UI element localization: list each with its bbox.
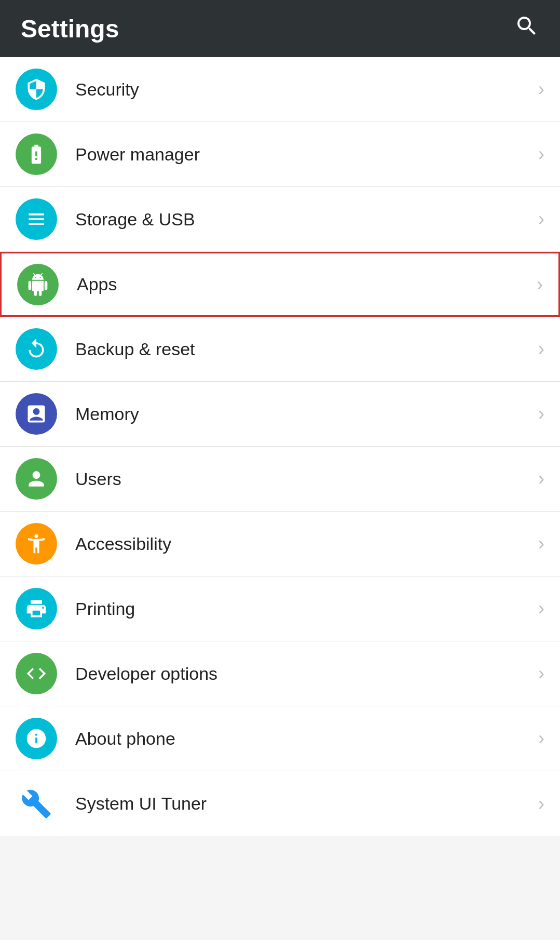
settings-item-system-ui-tuner[interactable]: System UI Tuner ›	[0, 771, 560, 836]
memory-icon	[16, 393, 57, 435]
settings-item-memory[interactable]: Memory ›	[0, 382, 560, 447]
security-chevron: ›	[538, 78, 544, 100]
memory-label: Memory	[75, 404, 533, 424]
backup-reset-icon	[16, 328, 57, 370]
printing-label: Printing	[75, 599, 533, 619]
apps-label: Apps	[77, 274, 531, 294]
settings-item-apps[interactable]: Apps ›	[0, 252, 560, 317]
system-ui-tuner-label: System UI Tuner	[75, 794, 533, 814]
apps-icon	[17, 264, 59, 305]
accessibility-chevron: ›	[538, 533, 544, 555]
search-icon[interactable]	[514, 14, 539, 44]
about-phone-label: About phone	[75, 729, 533, 749]
settings-item-storage-usb[interactable]: Storage & USB ›	[0, 187, 560, 252]
printing-chevron: ›	[538, 598, 544, 620]
memory-chevron: ›	[538, 403, 544, 425]
power-manager-icon	[16, 133, 57, 175]
power-manager-label: Power manager	[75, 144, 533, 165]
settings-item-developer-options[interactable]: Developer options ›	[0, 641, 560, 706]
developer-options-icon	[16, 653, 57, 694]
settings-item-accessibility[interactable]: Accessibility ›	[0, 512, 560, 576]
apps-chevron: ›	[537, 274, 543, 296]
settings-item-users[interactable]: Users ›	[0, 447, 560, 512]
users-chevron: ›	[538, 468, 544, 490]
about-phone-chevron: ›	[538, 728, 544, 749]
settings-item-about-phone[interactable]: About phone ›	[0, 706, 560, 771]
settings-item-security[interactable]: Security ›	[0, 57, 560, 122]
developer-options-chevron: ›	[538, 663, 544, 684]
system-ui-tuner-chevron: ›	[538, 793, 544, 815]
page-title: Settings	[21, 15, 119, 43]
users-label: Users	[75, 469, 533, 489]
storage-usb-icon	[16, 198, 57, 240]
system-ui-tuner-icon	[16, 783, 57, 825]
security-label: Security	[75, 79, 533, 100]
storage-usb-label: Storage & USB	[75, 209, 533, 230]
users-icon	[16, 458, 57, 500]
developer-options-label: Developer options	[75, 664, 533, 684]
printing-icon	[16, 588, 57, 629]
settings-item-backup-reset[interactable]: Backup & reset ›	[0, 317, 560, 382]
power-manager-chevron: ›	[538, 143, 544, 165]
settings-list: Security › Power manager › Storage & USB…	[0, 57, 560, 836]
app-header: Settings	[0, 0, 560, 57]
settings-item-printing[interactable]: Printing ›	[0, 576, 560, 641]
accessibility-label: Accessibility	[75, 534, 533, 554]
settings-item-power-manager[interactable]: Power manager ›	[0, 122, 560, 187]
storage-usb-chevron: ›	[538, 208, 544, 230]
security-icon	[16, 69, 57, 110]
backup-reset-chevron: ›	[538, 338, 544, 360]
about-phone-icon	[16, 718, 57, 759]
backup-reset-label: Backup & reset	[75, 339, 533, 359]
accessibility-icon	[16, 523, 57, 565]
